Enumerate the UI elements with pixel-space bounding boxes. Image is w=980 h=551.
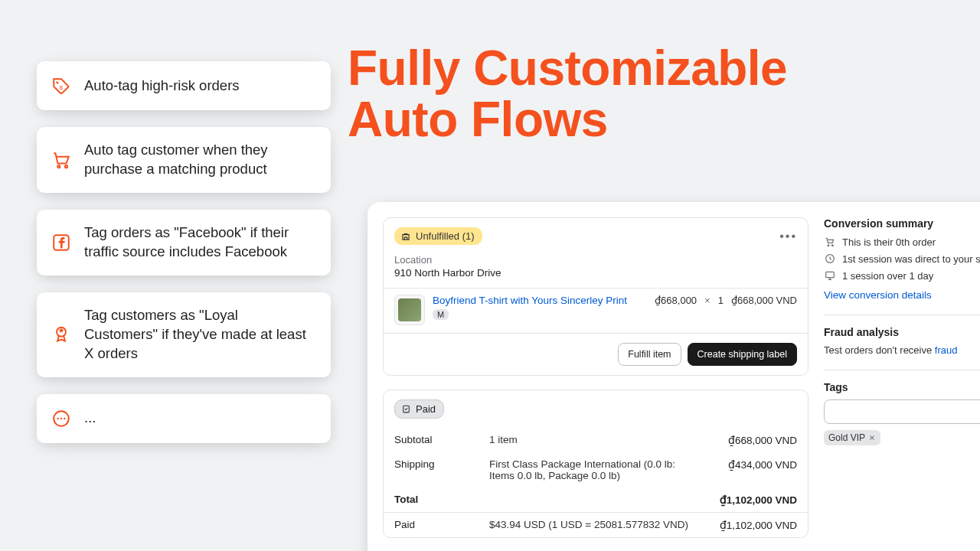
- conversion-summary: Conversion summary This is their 0th ord…: [824, 217, 980, 301]
- qty: 1: [718, 295, 724, 306]
- status-badge-unfulfilled: Unfulfilled (1): [394, 227, 482, 245]
- flow-label: ...: [84, 409, 96, 428]
- headline-line-1: Fully Customizable: [348, 43, 787, 94]
- svg-point-2: [57, 165, 60, 168]
- unit-price: ₫668,000: [655, 295, 697, 306]
- receipt-check-icon: [401, 404, 411, 414]
- view-conversion-link[interactable]: View conversion details: [824, 289, 980, 301]
- svg-rect-14: [826, 272, 835, 277]
- variant-badge: M: [433, 309, 449, 320]
- svg-text:$: $: [60, 84, 64, 91]
- product-thumbnail: [394, 295, 425, 325]
- order-panel: Unfulfilled (1) ••• Location 910 North H…: [368, 202, 980, 551]
- shipping-value: ₫434,000 VND: [705, 458, 797, 481]
- flow-card-matching-product[interactable]: Auto tag customer when they purchase a m…: [37, 127, 331, 193]
- tag-chip-label: Gold VIP: [828, 432, 865, 443]
- tags-title: Tags: [824, 381, 980, 393]
- tags-input[interactable]: [824, 399, 980, 424]
- flow-label: Auto-tag high-risk orders: [84, 77, 240, 96]
- award-icon: [51, 324, 72, 345]
- headline-line-2: Auto Flows: [348, 94, 787, 145]
- conversion-line: 1st session was direct to your store: [842, 253, 980, 265]
- status-text: Paid: [416, 403, 436, 415]
- paid-desc: $43.94 USD (1 USD = 25081.577832 VND): [489, 519, 693, 531]
- fraud-analysis: Fraud analysis Test orders don't receive…: [824, 315, 980, 356]
- flow-label: Tag orders as "Facebook" if their traffi…: [84, 223, 315, 262]
- kebab-menu[interactable]: •••: [779, 230, 797, 243]
- facebook-icon: [51, 232, 72, 253]
- flow-label: Tag customers as "Loyal Customers" if th…: [84, 306, 315, 364]
- location-label: Location: [394, 254, 797, 266]
- flow-card-more[interactable]: ...: [37, 394, 331, 443]
- cart-icon: [824, 236, 836, 248]
- clock-icon: [824, 253, 836, 265]
- qty-x: ×: [704, 295, 710, 306]
- flow-card-loyal[interactable]: Tag customers as "Loyal Customers" if th…: [37, 292, 331, 377]
- page-headline: Fully Customizable Auto Flows: [348, 43, 787, 145]
- fraud-title: Fraud analysis: [824, 326, 980, 338]
- remove-icon[interactable]: [868, 434, 876, 442]
- status-badge-paid: Paid: [394, 399, 444, 419]
- location-value: 910 North Harbor Drive: [394, 267, 797, 279]
- shipping-label: Shipping: [394, 458, 477, 481]
- paid-value: ₫1,102,000 VND: [705, 519, 797, 531]
- flow-card-high-risk[interactable]: $ Auto-tag high-risk orders: [37, 61, 331, 110]
- payment-card: Paid Subtotal 1 item ₫668,000 VND Shippi…: [383, 390, 808, 538]
- svg-point-9: [64, 418, 65, 419]
- fulfillment-card: Unfulfilled (1) ••• Location 910 North H…: [383, 217, 808, 376]
- fraud-link[interactable]: fraud: [935, 344, 958, 356]
- subtotal-label: Subtotal: [394, 434, 477, 446]
- status-text: Unfulfilled (1): [416, 230, 475, 242]
- conversion-line: This is their 0th order: [842, 236, 936, 248]
- product-link[interactable]: Boyfriend T-shirt with Yours Sincerley P…: [433, 295, 636, 306]
- line-item: Boyfriend T-shirt with Yours Sincerley P…: [384, 289, 808, 333]
- svg-point-8: [60, 418, 62, 419]
- conversion-title: Conversion summary: [824, 217, 980, 230]
- flow-label: Auto tag customer when they purchase a m…: [84, 141, 315, 179]
- box-icon: [400, 231, 411, 242]
- svg-point-12: [831, 245, 833, 246]
- tag-chip[interactable]: Gold VIP: [824, 430, 880, 445]
- paid-label: Paid: [394, 519, 477, 531]
- create-shipping-label-button[interactable]: Create shipping label: [688, 343, 797, 366]
- price-tag-icon: $: [51, 75, 72, 96]
- subtotal-desc: 1 item: [489, 434, 693, 446]
- shipping-desc: First Class Package International (0.0 l…: [489, 458, 693, 481]
- line-total: ₫668,000 VND: [731, 295, 797, 306]
- total-label: Total: [394, 494, 477, 506]
- svg-point-11: [828, 245, 829, 246]
- flow-card-facebook[interactable]: Tag orders as "Facebook" if their traffi…: [37, 210, 331, 276]
- tags-section: Tags Gold VIP: [824, 370, 980, 445]
- conversion-line: 1 session over 1 day: [842, 270, 933, 282]
- cart-icon: [51, 149, 72, 171]
- display-icon: [824, 269, 836, 282]
- subtotal-value: ₫668,000 VND: [705, 434, 797, 446]
- more-icon: [51, 408, 72, 429]
- fraud-text: Test orders don't receive: [824, 344, 935, 356]
- svg-point-3: [65, 165, 67, 168]
- flow-list: $ Auto-tag high-risk orders Auto tag cus…: [37, 61, 331, 443]
- svg-point-7: [57, 418, 58, 419]
- fulfill-item-button[interactable]: Fulfill item: [618, 343, 681, 366]
- total-value: ₫1,102,000 VND: [705, 494, 797, 506]
